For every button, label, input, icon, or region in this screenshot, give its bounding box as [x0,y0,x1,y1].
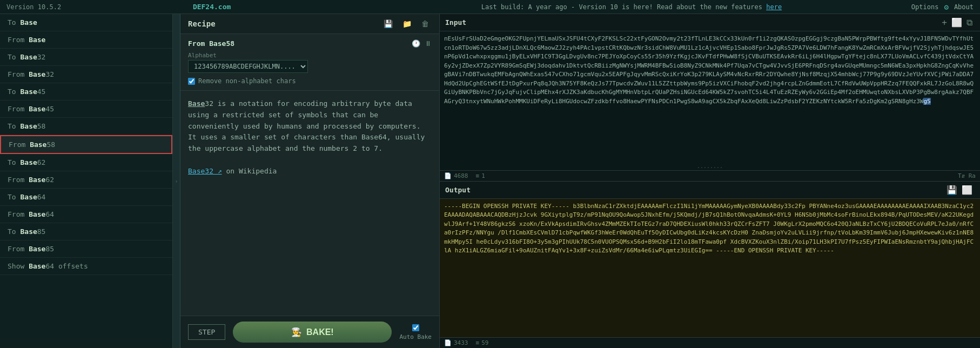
output-line-count: ≡ 59 [476,339,489,346]
save-icon[interactable]: 💾 [381,18,395,29]
recipe-header: Recipe 💾 📁 🗑 [180,14,439,34]
input-maximize-icon[interactable]: ⬜ [949,17,964,28]
top-bar-right: Options ⚙ About [911,3,974,11]
chevron-right-icon: › [174,178,178,184]
folder-icon[interactable]: 📁 [400,18,414,29]
input-content[interactable]: nEsUsFrSUaD2eGmgeOKG2FUpnjYELmaUSxJSFU4t… [440,31,980,162]
sidebar-item-to-base32[interactable]: To Base32 [0,49,172,66]
pause-icon[interactable]: ⏸ [425,39,432,48]
alphabet-select[interactable]: 123456789ABCDEFGHJKLMN.... [188,60,308,73]
output-header: Output 💾 ⬜ [440,182,980,199]
clock-icon[interactable]: 🕐 [412,39,420,48]
sidebar-item-to-base45[interactable]: To Base45 [0,83,172,101]
output-line-label: ≡ [476,339,480,346]
sidebar-item-from-base85[interactable]: From Base85 [0,240,172,258]
sidebar-item-from-base64[interactable]: From Base64 [0,206,172,223]
recipe-description: Base32 is a notation for encoding arbitr… [180,91,439,316]
auto-bake-group: Auto Bake [399,324,432,340]
output-section: Output 💾 ⬜ -----BEGIN OPENSSH PRIVATE KE… [440,182,980,349]
sidebar-item-to-base[interactable]: To Base [0,14,172,31]
input-plus-icon[interactable]: + [939,17,949,28]
alphabet-row: Alphabet 123456789ABCDEFGHJKLMN.... [188,52,432,73]
line-count-value: 1 [481,172,485,179]
about-label[interactable]: About [954,3,974,11]
output-title: Output [445,186,944,194]
remove-nonalpha-checkbox[interactable] [188,78,195,85]
right-panel: Input + ⬜ ⧉ nEsUsFrSUaD2eGmgeOKG2FUpnjYE… [440,14,980,348]
char-count-label: 📄 [444,172,452,179]
bake-label: BAKE! [306,327,334,337]
sidebar-item-from-base45[interactable]: From Base45 [0,101,172,118]
wiki-link[interactable]: Base32 ↗ [188,167,222,175]
options-label[interactable]: Options [911,3,939,11]
remove-nonalpha-row: Remove non-alphabet chars [188,77,432,85]
input-char-count: 📄 4688 [444,172,468,179]
alphabet-label: Alphabet [188,52,432,59]
top-bar: Version 10.5.2 DEF24.com Last build: A y… [0,0,980,14]
output-maximize-icon[interactable]: ⬜ [959,185,975,195]
input-copy-icon[interactable]: ⧉ [964,17,975,28]
translate-label: T⇵ Ra [958,172,976,179]
sidebar-item-show-base64-offsets[interactable]: Show Base64 offsets [0,258,172,275]
sidebar-item-from-base[interactable]: From Base [0,31,172,49]
sidebar-item-to-base85[interactable]: To Base85 [0,223,172,240]
input-header: Input + ⬜ ⧉ [440,14,980,31]
sidebar-item-to-base58[interactable]: To Base58 [0,118,172,135]
recipe-title: Recipe [188,19,377,28]
remove-nonalpha-label: Remove non-alphabet chars [198,77,296,85]
line-count-label: ≡ [476,172,480,179]
input-footer: 📄 4688 ≡ 1 T⇵ Ra [440,170,980,181]
bake-button[interactable]: 👨‍🍳 BAKE! [233,322,392,343]
output-footer: 📄 3433 ≡ 59 [440,337,980,348]
recipe-footer: STEP 👨‍🍳 BAKE! Auto Bake [180,316,439,348]
sidebar-item-from-base32[interactable]: From Base32 [0,66,172,83]
recipe-step-title: From Base58 [188,39,412,48]
output-char-count: 📄 3433 [444,339,468,346]
sidebar-item-to-base62[interactable]: To Base62 [0,154,172,171]
output-line-value: 59 [481,339,488,346]
sidebar-item-from-base58[interactable]: From Base58 [0,135,172,154]
sidebar: To BaseFrom BaseTo Base32From Base32To B… [0,14,173,348]
sidebar-expand-button[interactable]: › [173,14,180,348]
char-count-value: 4688 [454,172,468,179]
chef-icon: 👨‍🍳 [291,327,302,337]
gear-icon[interactable]: ⚙ [944,3,948,11]
recipe-step: From Base58 🕐 ⏸ Alphabet 123456789ABCDEF… [180,34,439,91]
output-content[interactable]: -----BEGIN OPENSSH PRIVATE KEY----- b3Bl… [440,199,980,338]
divider-dots: ........ [440,162,980,170]
output-char-value: 3433 [454,339,468,346]
wiki-suffix: on Wikipedia [222,167,277,175]
recipe-step-header: From Base58 🕐 ⏸ [188,39,432,48]
alphabet-field-wrapper: Alphabet 123456789ABCDEFGHJKLMN.... [188,52,432,73]
auto-bake-label: Auto Bake [399,333,432,340]
step-icons: 🕐 ⏸ [412,39,432,48]
input-title: Input [445,18,939,26]
input-line-count: ≡ 1 [476,172,485,179]
build-info: Last build: A year ago - Version 10 is h… [352,3,911,11]
auto-bake-checkbox[interactable] [412,324,419,331]
main-layout: To BaseFrom BaseTo Base32From Base32To B… [0,14,980,348]
version-label: Version 10.5.2 [6,3,61,11]
recipe-panel: Recipe 💾 📁 🗑 From Base58 🕐 ⏸ Alphabet 12… [180,14,440,348]
trash-icon[interactable]: 🗑 [419,18,432,29]
output-save-icon[interactable]: 💾 [944,185,959,195]
sidebar-item-to-base64[interactable]: To Base64 [0,189,172,206]
input-section: Input + ⬜ ⧉ nEsUsFrSUaD2eGmgeOKG2FUpnjYE… [440,14,980,182]
build-link[interactable]: here [766,3,782,11]
sidebar-item-from-base62[interactable]: From Base62 [0,171,172,189]
output-char-label: 📄 [444,339,452,346]
brand-label[interactable]: DEF24.com [72,3,352,11]
step-button[interactable]: STEP [188,324,225,340]
